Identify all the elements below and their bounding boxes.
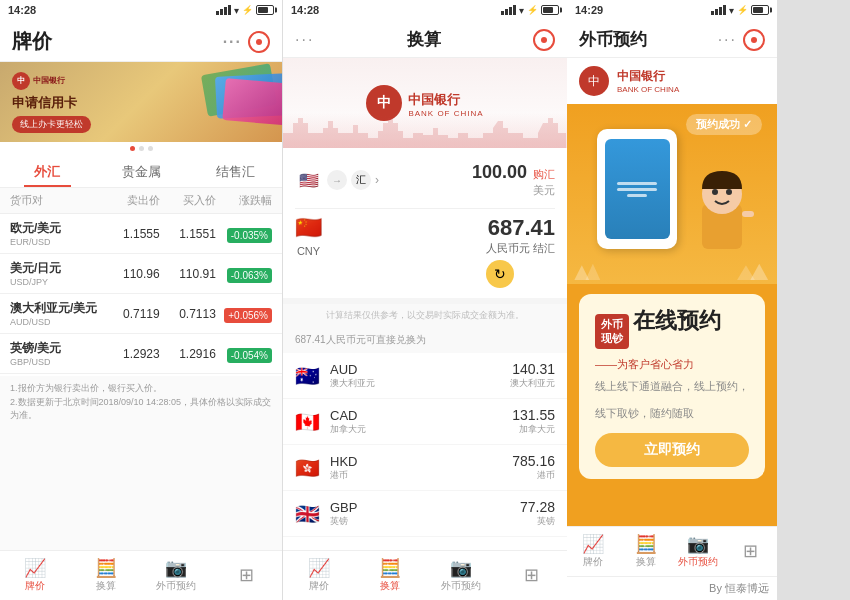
banner-content: 中 中国银行 申请信用卡 线上办卡更轻松 [12, 72, 91, 133]
promo-small-line2: 现钞 [601, 331, 623, 345]
svg-point-2 [712, 189, 718, 195]
from-amount[interactable]: 100.00 [472, 162, 527, 183]
status-icons-3: ▾ ⚡ [711, 5, 769, 16]
nav-foreign-2[interactable]: 📷 外币预约 [425, 551, 496, 600]
nav-paijiia-3[interactable]: 📈 牌价 [567, 527, 620, 576]
nav-label-foreign-3: 外币预约 [678, 555, 718, 569]
refresh-button[interactable]: ↻ [486, 260, 514, 288]
more-button-1[interactable]: ··· [223, 33, 242, 51]
bank-top-banner: 中 中国银行 BANK OF CHINA [567, 58, 777, 104]
conv-flag: 🇦🇺 [295, 364, 320, 388]
pair-code: AUD/USD [10, 317, 104, 327]
reserve-now-button[interactable]: 立即预约 [595, 433, 749, 467]
tab-metals[interactable]: 贵金属 [94, 155, 188, 187]
target-inner-2 [541, 37, 547, 43]
nav-huansuan-3[interactable]: 🧮 换算 [620, 527, 673, 576]
nav-camera-icon-2: 📷 [450, 559, 472, 577]
arrow-icon: → [327, 170, 347, 190]
panel-paijiia: 14:28 ▾ ⚡ 牌价 ··· 中 [0, 0, 283, 600]
promo-desc-2: 线下取钞，随约随取 [595, 405, 749, 423]
nav-huansuan-2[interactable]: 🧮 换算 [354, 551, 425, 600]
table-row[interactable]: 美元/日元 USD/JPY 110.96 110.91 -0.063% [0, 254, 282, 294]
bottom-nav-1: 📈 牌价 🧮 换算 📷 外币预约 ⊞ [0, 550, 282, 600]
banner-card-text: 申请信用卡 [12, 94, 91, 112]
col-header-buy: 买入价 [160, 193, 216, 208]
table-row[interactable]: 欧元/美元 EUR/USD 1.1555 1.1551 -0.035% [0, 214, 282, 254]
footer-note-1: 1.报价方为银行卖出价，银行买入价。 [10, 382, 272, 396]
target-icon-3[interactable] [743, 29, 765, 51]
screen-line-2 [617, 188, 657, 191]
purchase-label: 购汇 [533, 167, 555, 182]
panel1-header: 牌价 ··· [0, 20, 282, 62]
result-currency: 人民币元 结汇 [486, 241, 555, 256]
conv-list-item[interactable]: 🇨🇦 CAD 加拿大元 131.55 加拿大元 [283, 399, 567, 445]
table-header: 货币对 卖出价 买入价 涨跌幅 [0, 188, 282, 214]
result-amount: 687.41 [486, 215, 555, 241]
wifi-icon-3: ▾ [729, 5, 734, 16]
promo-big-text: 在线预约 [633, 308, 721, 333]
to-currency-area[interactable]: 🇨🇳 CNY [295, 215, 322, 257]
currency-selector[interactable]: 🇺🇸 → 汇 › [295, 170, 379, 190]
result-row: 🇨🇳 CNY 687.41 人民币元 结汇 ↻ [295, 215, 555, 288]
wifi-icon: ▾ [234, 5, 239, 16]
tab-forex[interactable]: 外汇 [0, 155, 94, 187]
table-row[interactable]: 澳大利亚元/美元 AUD/USD 0.7119 0.7113 +0.056% [0, 294, 282, 334]
nav-foreign-1[interactable]: 📷 外币预约 [141, 551, 212, 600]
status-time-3: 14:29 [575, 4, 603, 16]
from-flag: 🇺🇸 [295, 170, 323, 190]
page-title-2: 换算 [407, 28, 441, 51]
character-illustration [687, 159, 757, 249]
dot-2 [139, 146, 144, 151]
nav-label-huansuan: 换算 [96, 579, 116, 593]
conv-unit: 英镑 [520, 515, 555, 528]
bluetooth-icon: ⚡ [242, 5, 253, 15]
status-bar-3: 14:29 ▾ ⚡ [567, 0, 777, 20]
conv-code: GBP [330, 500, 357, 515]
conv-list-item[interactable]: 🇬🇧 GBP 英镑 77.28 英镑 [283, 491, 567, 537]
banner-btn[interactable]: 线上办卡更轻松 [12, 116, 91, 133]
col-header-change: 涨跌幅 [216, 193, 272, 208]
conv-fullname: 澳大利亚元 [330, 377, 375, 390]
more-button-3[interactable]: ··· [718, 31, 737, 49]
conv-list-item[interactable]: 🇭🇰 HKD 港币 785.16 港币 [283, 445, 567, 491]
change-badge: -0.054% [227, 348, 272, 363]
bank-banner-2: 中 中国银行 BANK OF CHINA [283, 58, 567, 148]
conv-list-item[interactable]: 🇦🇺 AUD 澳大利亚元 140.31 澳大利亚元 [283, 353, 567, 399]
table-row[interactable]: 英镑/美元 GBP/USD 1.2923 1.2916 -0.054% [0, 334, 282, 374]
pair-name: 澳大利亚元/美元 [10, 300, 104, 317]
nav-more-2[interactable]: ⊞ [496, 551, 567, 600]
tab-exchange[interactable]: 结售汇 [188, 155, 282, 187]
more-button-2[interactable]: ··· [295, 31, 314, 49]
page-title-3: 外币预约 [579, 28, 647, 51]
status-bar-2: 14:28 ▾ ⚡ [283, 0, 567, 20]
conv-unit: 港币 [512, 469, 555, 482]
nav-paijiia-1[interactable]: 📈 牌价 [0, 551, 71, 600]
bank-logo-circle: 中 [12, 72, 30, 90]
nav-label-huansuan-3: 换算 [636, 555, 656, 569]
panel2-header: ··· 换算 [283, 20, 567, 58]
bottom-nav-3: 📈 牌价 🧮 换算 📷 外币预约 ⊞ [567, 526, 777, 576]
promo-small-badge: 外币 现钞 [595, 314, 629, 349]
nav-more-3[interactable]: ⊞ [725, 527, 778, 576]
nav-paijiia-2[interactable]: 📈 牌价 [283, 551, 354, 600]
nav-huansuan-1[interactable]: 🧮 换算 [71, 551, 142, 600]
sell-price: 110.96 [104, 267, 160, 281]
signal-icon-3 [711, 5, 726, 15]
bank-top-text: 中国银行 BANK OF CHINA [617, 68, 679, 94]
conv-flag: 🇨🇦 [295, 410, 320, 434]
target-icon-2[interactable] [533, 29, 555, 51]
nav-foreign-3[interactable]: 📷 外币预约 [672, 527, 725, 576]
nav-label-huansuan-2: 换算 [380, 579, 400, 593]
forex-table: 欧元/美元 EUR/USD 1.1555 1.1551 -0.035% 美元/日… [0, 214, 282, 376]
buy-price: 1.1551 [160, 227, 216, 241]
target-icon-1[interactable] [248, 31, 270, 53]
promo-sub-text: ——为客户省心省力 [595, 357, 749, 372]
nav-more-1[interactable]: ⊞ [212, 551, 283, 600]
promo-banner-1[interactable]: 中 中国银行 申请信用卡 线上办卡更轻松 [0, 62, 282, 142]
nav-label-foreign-2: 外币预约 [441, 579, 481, 593]
screen-line-3 [627, 194, 647, 197]
chevron-right-icon: › [375, 173, 379, 187]
card-stack [202, 67, 282, 117]
wifi-icon-2: ▾ [519, 5, 524, 16]
from-currency-row[interactable]: 🇺🇸 → 汇 › 100.00 购汇 美元 [295, 158, 555, 202]
